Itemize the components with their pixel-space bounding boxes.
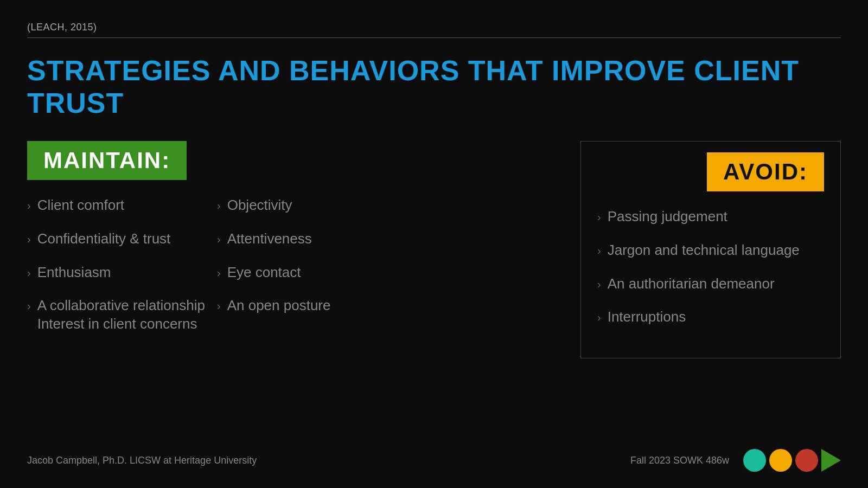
list-item: ›Enthusiasm [27, 264, 217, 282]
logo-icons [743, 449, 841, 472]
maintain-columns: ›Client comfort›Confidentiality & trust›… [27, 196, 407, 349]
list-item: ›A collaborative relationship Interest i… [27, 297, 217, 333]
bullet-icon: › [597, 243, 601, 258]
maintain-section: MAINTAIN: ›Client comfort›Confidentialit… [27, 141, 407, 358]
bullet-icon: › [217, 198, 221, 213]
slide: (LEACH, 2015) STRATEGIES AND BEHAVIORS T… [0, 0, 868, 488]
bullet-icon: › [217, 266, 221, 280]
divider [27, 37, 841, 38]
list-item: ›Eye contact [217, 264, 407, 282]
content-area: MAINTAIN: ›Client comfort›Confidentialit… [27, 141, 841, 358]
page-title: STRATEGIES AND BEHAVIORS THAT IMPROVE CL… [27, 54, 841, 119]
list-item: ›An open posture [217, 297, 407, 315]
bullet-icon: › [217, 299, 221, 313]
list-item: ›Objectivity [217, 196, 407, 215]
maintain-badge: MAINTAIN: [27, 141, 187, 180]
citation: (LEACH, 2015) [27, 22, 841, 33]
maintain-col-2: ›Objectivity›Attentiveness›Eye contact›A… [217, 196, 407, 349]
bullet-icon: › [27, 232, 31, 246]
footer-course: Fall 2023 SOWK 486w [630, 455, 729, 466]
logo-icon-red [795, 449, 818, 472]
list-item: ›Client comfort [27, 196, 217, 215]
bullet-icon: › [27, 266, 31, 280]
bullet-icon: › [597, 277, 601, 291]
avoid-badge: AVOID: [707, 152, 824, 191]
maintain-col-1: ›Client comfort›Confidentiality & trust›… [27, 196, 217, 349]
logo-icon-play [821, 449, 841, 472]
bullet-icon: › [597, 210, 601, 224]
logo-icon-orange [769, 449, 792, 472]
list-item: ›Passing judgement [597, 208, 824, 226]
list-item: ›Interruptions [597, 308, 824, 326]
footer-left: Jacob Campbell, Ph.D. LICSW at Heritage … [27, 455, 257, 466]
bullet-icon: › [27, 299, 31, 313]
bullet-icon: › [217, 232, 221, 246]
list-item: ›Attentiveness [217, 230, 407, 248]
list-item: ›Jargon and technical language [597, 241, 824, 260]
bullet-icon: › [27, 198, 31, 213]
logo-icon-teal [743, 449, 766, 472]
bullet-icon: › [597, 310, 601, 324]
list-item: ›An authoritarian demeanor [597, 275, 824, 293]
avoid-list: ›Passing judgement›Jargon and technical … [597, 208, 824, 326]
avoid-section: AVOID: ›Passing judgement›Jargon and tec… [580, 141, 841, 358]
footer-right: Fall 2023 SOWK 486w [630, 449, 841, 472]
footer: Jacob Campbell, Ph.D. LICSW at Heritage … [27, 449, 841, 472]
list-item: ›Confidentiality & trust [27, 230, 217, 248]
